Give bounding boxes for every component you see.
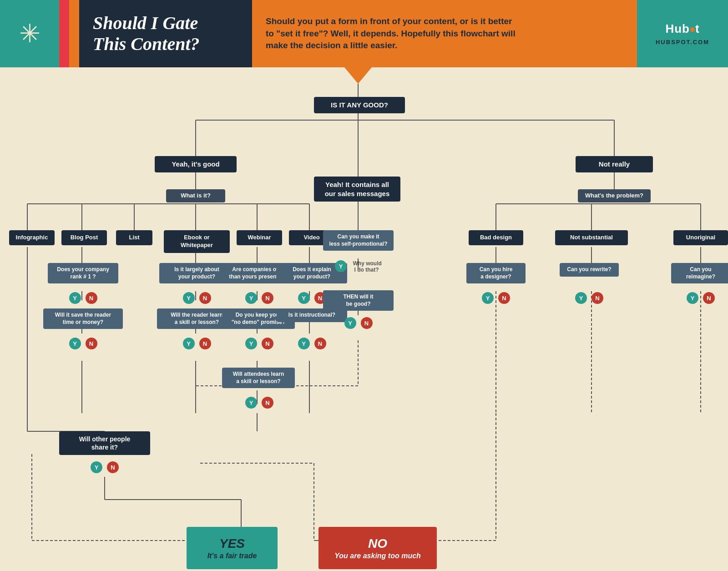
- what-is-it-node: What is it?: [166, 189, 225, 202]
- rewrite-no: N: [592, 292, 603, 304]
- will-save-reader-node: Will it save the readertime or money?: [43, 308, 123, 329]
- no-demo-no: N: [262, 338, 273, 349]
- instructional-no: N: [314, 338, 326, 349]
- header-description: Should you put a form in front of your c…: [266, 15, 516, 52]
- is-it-any-good-node: IS IT ANY GOOD?: [314, 97, 405, 113]
- no-result-node: NO You are asking too much: [318, 527, 437, 569]
- save-yn: Y N: [48, 336, 118, 349]
- webinar-node: Webinar: [237, 230, 282, 245]
- hubspot-url: HUBSPOT.COM: [656, 39, 709, 45]
- blog-post-node: Blog Post: [61, 230, 107, 245]
- then-will-good-node: THEN will itbe good?: [323, 290, 394, 311]
- whats-problem-node: What's the problem?: [578, 189, 651, 202]
- instructional-yes: Y: [298, 338, 310, 349]
- no-label: NO: [332, 536, 423, 551]
- hubspot-box: Hubt HUBSPOT.COM: [637, 0, 728, 67]
- main-title: Should I GateThis Content?: [93, 13, 200, 55]
- rank-no: N: [86, 292, 97, 304]
- why-label: Why wouldI do that?: [351, 260, 382, 273]
- flowchart-area: IS IT ANY GOOD? Yeah, it's good Yeah! It…: [0, 67, 728, 571]
- yes-result-node: YES It's a fair trade: [187, 527, 278, 569]
- yes-label: YES: [200, 536, 264, 551]
- attendees-yn: Y N: [230, 395, 289, 409]
- will-share-node: Will other peopleshare it?: [59, 431, 150, 455]
- then-yes: Y: [344, 317, 356, 329]
- share-yn: Y N: [77, 460, 132, 473]
- attendees-learn-node: Will attendees learna skill or lesson?: [222, 368, 295, 388]
- logo-box: ✳: [0, 0, 59, 67]
- rank-yes: Y: [69, 292, 81, 304]
- rewrite-node: Can you rewrite?: [560, 263, 619, 277]
- orange-bar: [69, 0, 79, 67]
- rewrite-yn: Y N: [564, 290, 614, 304]
- instructional-yn: Y N: [281, 336, 343, 349]
- unoriginal-node: Unoriginal: [673, 230, 728, 245]
- reimagine-yes: Y: [687, 292, 698, 304]
- not-substantial-node: Not substantial: [555, 230, 628, 245]
- triangle-pointer: [344, 67, 372, 84]
- less-promo-node: Can you make itless self-promotional?: [323, 230, 394, 251]
- designer-yes: Y: [482, 292, 494, 304]
- then-no: N: [361, 317, 373, 329]
- designer-no: N: [498, 292, 510, 304]
- product-yes: Y: [183, 292, 195, 304]
- hubspot-logo: Hubt: [665, 22, 699, 36]
- reimagine-yn: Y N: [676, 290, 726, 304]
- hire-designer-node: Can you hirea designer?: [466, 263, 526, 283]
- attendees-yes: Y: [245, 397, 257, 409]
- save-yes: Y: [69, 338, 81, 349]
- not-really-node: Not really: [576, 156, 653, 172]
- companies-no: N: [262, 292, 273, 304]
- logo-icon: ✳: [19, 21, 40, 46]
- share-no: N: [107, 461, 119, 473]
- bad-design-node: Bad design: [469, 230, 523, 245]
- less-promo-yn: Y Why wouldI do that?: [332, 258, 384, 273]
- infographic-node: Infographic: [9, 230, 55, 245]
- company-rank-node: Does your companyrank # 1 ?: [48, 263, 118, 283]
- no-demo-yn: Y N: [230, 336, 289, 349]
- ebook-node: Ebook orWhitepaper: [164, 230, 230, 253]
- no-sublabel: You are asking too much: [332, 551, 423, 560]
- designer-yn: Y N: [471, 290, 521, 304]
- attendees-no: N: [262, 397, 273, 409]
- yes-sublabel: It's a fair trade: [200, 551, 264, 560]
- rank-yn: Y N: [48, 290, 118, 304]
- product-yn: Y N: [164, 290, 230, 304]
- reader-learn-yes: Y: [183, 338, 195, 349]
- list-node: List: [116, 230, 152, 245]
- reader-learn-yn: Y N: [164, 336, 230, 349]
- title-box: Should I GateThis Content?: [79, 0, 252, 67]
- no-demo-yes: Y: [245, 338, 257, 349]
- rewrite-yes: Y: [575, 292, 587, 304]
- desc-box: Should you put a form in front of your c…: [252, 0, 637, 67]
- share-yes: Y: [91, 461, 102, 473]
- yeah-good-node: Yeah, it's good: [155, 156, 237, 172]
- yeah-sales-node: Yeah! It contains allour sales messages: [314, 177, 400, 202]
- explain-yes: Y: [298, 292, 310, 304]
- red-bar: [59, 0, 69, 67]
- less-promo-yes: Y: [335, 260, 347, 272]
- header: ✳ Should I GateThis Content? Should you …: [0, 0, 728, 67]
- reimagine-node: Can youreimagine?: [671, 263, 728, 283]
- save-no: N: [86, 338, 97, 349]
- product-no: N: [199, 292, 211, 304]
- reader-learn-no: N: [199, 338, 211, 349]
- reimagine-no: N: [703, 292, 715, 304]
- companies-yn: Y N: [230, 290, 289, 304]
- companies-yes: Y: [245, 292, 257, 304]
- then-yn: Y N: [332, 315, 384, 329]
